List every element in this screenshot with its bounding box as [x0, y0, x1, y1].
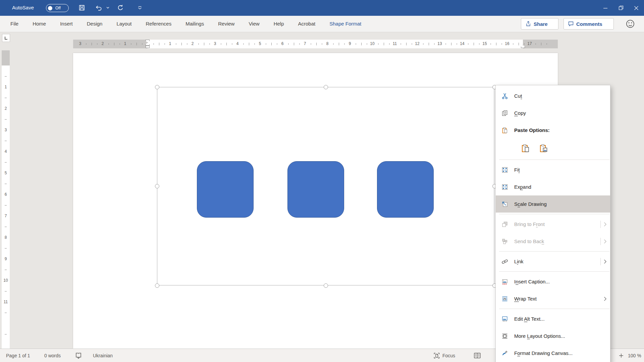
tab-help[interactable]: Help — [267, 16, 291, 32]
tab-stop-selector[interactable] — [2, 34, 10, 42]
tab-home[interactable]: Home — [25, 16, 53, 32]
rounded-rectangle-shape-3[interactable] — [377, 161, 434, 218]
ruler-top-margin — [2, 50, 10, 65]
language-button[interactable]: Ukrainian — [93, 349, 113, 362]
ruler-number: 6 — [281, 41, 284, 46]
menu-item-insert-caption[interactable]: Insert Caption... — [496, 273, 610, 290]
autosave-toggle[interactable]: Off — [46, 4, 69, 12]
customize-quick-access-toolbar-button[interactable] — [135, 3, 145, 13]
ruler-tick — [114, 43, 114, 45]
menu-separator — [499, 251, 609, 252]
close-button[interactable] — [629, 0, 644, 16]
ruler-number: 14 — [460, 41, 464, 46]
tab-acrobat[interactable]: Acrobat — [291, 16, 323, 32]
menu-item-edit-alt-text[interactable]: Edit Alt Text... — [496, 310, 610, 327]
save-button[interactable] — [77, 3, 87, 13]
ruler-tick — [5, 184, 7, 184]
ruler-number: 12 — [415, 41, 419, 46]
picture-paste-icon[interactable] — [538, 143, 549, 154]
menu-item-more-layout-options[interactable]: More Layout Options... — [496, 327, 610, 345]
page-indicator[interactable]: Page 1 of 1 — [6, 349, 30, 362]
read-mode-book-icon — [473, 352, 481, 359]
focus-mode-button[interactable]: Focus — [433, 349, 455, 362]
ruler-tick — [5, 76, 7, 77]
word-count[interactable]: 0 words — [44, 349, 61, 362]
wrap-text-icon — [501, 295, 508, 303]
rounded-rectangle-shape-1[interactable] — [197, 161, 254, 218]
repeat-button[interactable] — [115, 3, 125, 13]
left-indent-marker[interactable] — [146, 46, 150, 48]
share-icon — [525, 21, 531, 27]
keep-source-formatting-paste-icon[interactable] — [520, 143, 531, 154]
menu-item-expand[interactable]: Expand — [496, 178, 610, 195]
tab-mailings[interactable]: Mailings — [178, 16, 211, 32]
ruler-tick — [389, 44, 390, 44]
zoom-in-button[interactable] — [619, 349, 624, 362]
menu-item-cut[interactable]: Cut — [496, 87, 610, 104]
minimize-button[interactable] — [598, 0, 613, 16]
autosave-state-label: Off — [55, 6, 61, 10]
ruler-number: 3 — [5, 128, 7, 132]
undo-button[interactable] — [94, 3, 104, 13]
ruler-tick — [356, 44, 356, 44]
menu-item-wrap-text[interactable]: Wrap Text — [496, 290, 610, 307]
menu-item-format-drawing-canvas[interactable]: Format Drawing Canvas... — [496, 345, 610, 362]
proofing-status-button[interactable] — [75, 349, 82, 362]
ruler-tick — [86, 44, 87, 44]
ruler-tick — [412, 44, 412, 44]
tab-design[interactable]: Design — [80, 16, 110, 32]
tab-shape-format[interactable]: Shape Format — [322, 16, 368, 32]
selection-handle-bottom-left[interactable] — [155, 283, 159, 288]
selection-handle-top-middle[interactable] — [324, 85, 328, 89]
menu-item-scale-drawing[interactable]: Scale Drawing — [496, 195, 610, 213]
undo-dropdown-button[interactable] — [105, 3, 111, 13]
zoom-level[interactable]: 100 % — [628, 349, 641, 362]
ruler-tick — [277, 44, 277, 44]
tab-file[interactable]: File — [3, 16, 25, 32]
zoom-level-label: 100 % — [628, 353, 641, 358]
ruler-tick — [468, 44, 469, 44]
ruler-tick — [254, 44, 255, 44]
ruler-tick — [243, 44, 244, 44]
ruler-number: 1 — [169, 41, 171, 46]
read-mode-button[interactable] — [473, 349, 481, 362]
ruler-tick — [400, 44, 401, 44]
tab-review[interactable]: Review — [211, 16, 241, 32]
menu-separator — [499, 160, 609, 160]
bring-to-front-icon — [501, 221, 508, 228]
share-button[interactable]: Share — [521, 18, 558, 30]
ruler-tick — [5, 248, 7, 248]
ruler-tick — [209, 44, 210, 44]
selection-handle-bottom-middle[interactable] — [324, 283, 328, 288]
scissors-icon — [501, 92, 508, 100]
ruler-tick — [108, 44, 109, 44]
ruler-tick — [5, 227, 7, 227]
tab-insert[interactable]: Insert — [53, 16, 80, 32]
restore-button[interactable] — [613, 0, 629, 16]
autosave-toggle-knob — [48, 6, 52, 10]
ruler-tick — [159, 43, 159, 45]
ruler-number: 7 — [304, 41, 306, 46]
tab-view[interactable]: View — [241, 16, 266, 32]
ruler-number: 3 — [214, 41, 216, 46]
ruler-tick — [474, 43, 474, 45]
insert-caption-icon — [501, 278, 508, 285]
chevron-down-icon — [106, 7, 109, 9]
expand-icon — [501, 183, 508, 191]
rounded-rectangle-shape-2[interactable] — [287, 161, 344, 218]
feedback-smiley-icon[interactable] — [625, 19, 635, 29]
send-to-back-icon — [501, 238, 508, 245]
menu-item-fit[interactable]: Fit — [496, 161, 610, 178]
link-icon — [501, 258, 508, 265]
ruler-number: 13 — [437, 41, 442, 46]
menu-item-link[interactable]: Link — [496, 253, 610, 270]
menu-item-copy[interactable]: Copy — [496, 104, 610, 122]
selection-handle-middle-left[interactable] — [155, 184, 159, 188]
ruler-tick — [288, 44, 289, 44]
ruler-tick — [339, 43, 339, 45]
format-drawing-canvas-icon — [501, 350, 508, 357]
selection-handle-top-left[interactable] — [155, 85, 159, 89]
tab-references[interactable]: References — [139, 16, 178, 32]
comments-button[interactable]: Comments — [564, 18, 614, 30]
tab-layout[interactable]: Layout — [109, 16, 139, 32]
